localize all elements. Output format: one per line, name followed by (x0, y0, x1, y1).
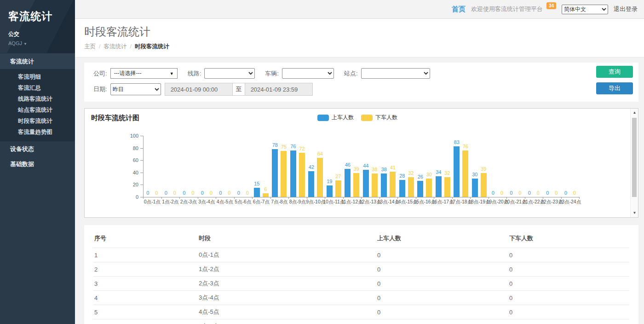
chart-bar (454, 146, 460, 197)
table-row: 54点-5点00 (93, 305, 629, 319)
sidebar: 客流统计 公交 AQGJ▼ 客流统计 客流明细客流汇总线路客流统计站点客流统计时… (0, 0, 75, 324)
scrollbar-thumb[interactable] (632, 118, 637, 197)
sidebar-submenu: 客流明细客流汇总线路客流统计站点客流统计时段客流统计客流量趋势图 (0, 69, 75, 141)
station-select[interactable] (361, 68, 430, 79)
table-row: 43点-4点00 (93, 291, 629, 305)
x-axis-category-label: 23点-24点 (556, 199, 584, 205)
sidebar-subitem[interactable]: 客流明细 (0, 71, 75, 82)
chart-bar-value: 32 (440, 170, 454, 176)
breadcrumb-passenger-stats[interactable]: 客流统计 (104, 43, 126, 50)
page-title: 时段客流统计 (84, 25, 635, 38)
table-cell: 0 (508, 305, 629, 319)
sidebar-item-device-status[interactable]: 设备状态 (0, 141, 75, 156)
home-link[interactable]: 首页 (452, 5, 466, 14)
topbar: 首页 欢迎使用客流统计管理平台 34 简体中文 退出登录 (75, 0, 644, 19)
org-name: 公交 (8, 30, 75, 38)
y-axis-line (143, 136, 144, 197)
chart-bar (272, 149, 278, 197)
export-button[interactable]: 导出 (596, 82, 633, 94)
chart-bar (335, 180, 341, 197)
table-cell: 0 (508, 319, 629, 324)
user-dropdown[interactable]: AQGJ▼ (8, 40, 75, 46)
table-cell: 6 (93, 319, 198, 324)
breadcrumb: 主页/客流统计/时段客流统计 (84, 43, 635, 51)
table-cell: 2 (93, 262, 198, 277)
table-cell: 0 (376, 248, 508, 262)
chart-bar-value: 39 (477, 166, 491, 172)
date-range-group: 至 (165, 83, 313, 96)
col-header-boarding: 上车人数 (376, 229, 508, 248)
date-label: 日期: (93, 85, 107, 93)
station-label: 站点: (344, 69, 358, 78)
table-cell: 4点-5点 (198, 305, 376, 319)
breadcrumb-home[interactable]: 主页 (84, 43, 96, 50)
col-header-period: 时段 (198, 229, 376, 248)
col-header-index: 序号 (93, 229, 198, 248)
table-panel: 序号 时段 上车人数 下车人数 10点-1点0021点-2点0032点-3点00… (84, 225, 638, 324)
chart-bar-value: 42 (304, 164, 318, 170)
y-axis-tick-label: 80 (115, 145, 138, 151)
sidebar-subitem[interactable]: 客流汇总 (0, 82, 75, 93)
sidebar-item-passenger-stats[interactable]: 客流统计 (0, 53, 75, 69)
line-select[interactable] (204, 68, 255, 79)
chart-bar-value: 15 (250, 181, 264, 186)
table-row: 21点-2点00 (93, 262, 629, 277)
line-label: 线路: (188, 69, 201, 78)
company-label: 公司: (93, 69, 107, 78)
query-button[interactable]: 查询 (596, 66, 633, 78)
y-axis-tick-label: 0 (115, 194, 138, 200)
table-cell: 0点-1点 (198, 248, 376, 262)
table-cell: 1 (93, 248, 198, 262)
chart-panel: 时段车流统计图 上车人数 下车人数 0204060801000点-1点001点-… (84, 108, 638, 218)
chart-bar (444, 177, 450, 197)
table-cell: 0 (376, 305, 508, 319)
chart-bar-value: 30 (468, 172, 482, 177)
company-select[interactable]: ---请选择--- ▼ (110, 68, 178, 79)
date-end-input[interactable] (245, 83, 312, 95)
y-axis-tick (140, 173, 143, 173)
table-cell: 0 (508, 262, 629, 277)
chart-plot: 0204060801000点-1点001点-2点002点-3点003点-4点00… (85, 109, 630, 217)
logout-link[interactable]: 退出登录 (614, 5, 638, 13)
y-axis-tick-label: 40 (115, 170, 138, 175)
scrollbar-down-arrow-icon[interactable]: ▼ (631, 209, 638, 217)
vehicle-select[interactable] (282, 68, 334, 79)
chart-bar-value: 41 (385, 165, 400, 170)
chart-bar (263, 193, 269, 197)
date-start-input[interactable] (165, 83, 232, 95)
table-cell: 5 (93, 305, 198, 319)
sidebar-item-base-data[interactable]: 基础数据 (0, 156, 75, 172)
chart-bar-value: 27 (331, 174, 345, 179)
sidebar-subitem[interactable]: 站点客流统计 (0, 104, 75, 116)
table-cell: 0 (508, 277, 629, 291)
sidebar-subitem[interactable]: 线路客流统计 (0, 93, 75, 104)
chart-bar (327, 185, 333, 197)
chart-bar (363, 170, 369, 197)
table-cell: 0 (508, 291, 629, 305)
table-cell: 0 (376, 319, 508, 324)
sidebar-nav: 客流统计 客流明细客流汇总线路客流统计站点客流统计时段客流统计客流量趋势图 设备… (0, 53, 75, 172)
scrollbar-up-arrow-icon[interactable]: ▲ (631, 109, 638, 116)
table-body: 10点-1点0021点-2点0032点-3点0043点-4点0054点-5点00… (93, 248, 629, 324)
table-cell: 0 (376, 291, 508, 305)
app-title: 客流统计 (8, 9, 75, 23)
table-cell: 3 (93, 277, 198, 291)
notification-badge[interactable]: 34 (546, 2, 556, 9)
table-cell: 0 (376, 277, 508, 291)
hourly-stats-table: 序号 时段 上车人数 下车人数 10点-1点0021点-2点0032点-3点00… (93, 229, 629, 324)
main-content: 公司: ---请选择--- ▼ 线路: 车辆: 站点: 日期: (75, 58, 644, 324)
page-heading: 时段客流统计 主页/客流统计/时段客流统计 (75, 19, 644, 58)
sidebar-header: 客流统计 公交 AQGJ▼ (0, 0, 75, 53)
chart-bar (308, 171, 314, 197)
table-cell: 1点-2点 (198, 262, 376, 277)
chevron-down-icon: ▼ (170, 71, 174, 76)
sidebar-subitem[interactable]: 客流量趋势图 (0, 127, 75, 138)
date-preset-select[interactable]: 昨日 (110, 83, 161, 95)
table-cell: 3点-4点 (198, 291, 376, 305)
chart-bar (399, 180, 405, 197)
language-select[interactable]: 简体中文 (562, 5, 608, 14)
chart-bar (472, 179, 478, 197)
sidebar-subitem[interactable]: 时段客流统计 (0, 116, 75, 127)
chart-bar-value: 19 (322, 179, 337, 184)
y-axis-tick (140, 148, 143, 149)
